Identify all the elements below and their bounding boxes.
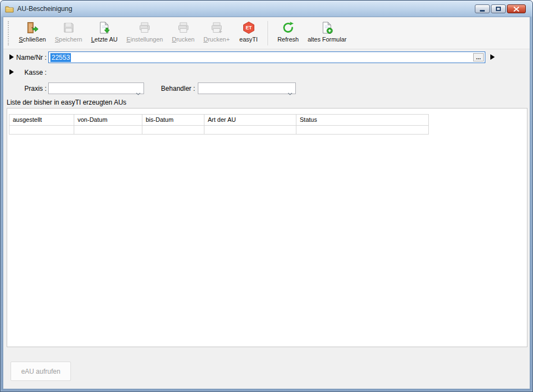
document-plus-icon	[320, 21, 334, 34]
easyti-icon: ET	[242, 21, 255, 34]
toolbar-button-schliessen[interactable]: Schließen	[14, 19, 50, 48]
praxis-label: Praxis :	[9, 85, 47, 92]
toolbar-button-altes-formular[interactable]: altes Formular	[303, 19, 351, 48]
toolbar-button-drucken[interactable]: Drucken	[167, 19, 199, 48]
toolbar-button-einstellungen[interactable]: Einstellungen	[122, 19, 167, 48]
close-button[interactable]	[507, 4, 526, 13]
printer-settings-icon	[138, 21, 151, 34]
eau-aufrufen-button[interactable]: eAU aufrufen	[11, 362, 71, 381]
name-input-value: 22553	[50, 53, 71, 62]
toolbar-button-label: altes Formular	[308, 36, 346, 43]
minimize-button[interactable]	[475, 4, 490, 13]
close-icon	[514, 7, 519, 12]
au-table: ausgestellt von-Datum bis-Datum Art der …	[9, 114, 429, 135]
toolbar-button-label: Refresh	[278, 36, 299, 43]
door-exit-icon	[25, 21, 39, 34]
column-header-bis-datum[interactable]: bis-Datum	[142, 115, 204, 126]
toolbar-button-label: Speichern	[55, 36, 83, 43]
window-title: AU-Bescheinigung	[17, 5, 72, 13]
toolbar-button-label: Letzte AU	[91, 36, 117, 43]
chevron-down-icon	[136, 87, 141, 97]
behandler-label: Behandler :	[151, 85, 195, 92]
browse-button[interactable]: ...	[473, 53, 484, 61]
toolbar-separator	[268, 21, 269, 45]
toolbar-button-label: Drucken	[172, 36, 194, 43]
document-arrow-icon	[98, 21, 111, 34]
toolbar-button-refresh[interactable]: Refresh	[273, 19, 304, 48]
table-row	[9, 126, 429, 135]
kasse-label: Kasse :	[9, 69, 47, 76]
column-header-ausgestellt[interactable]: ausgestellt	[9, 115, 74, 126]
titlebar: AU-Bescheinigung	[1, 1, 532, 17]
name-label: Name/Nr :	[9, 54, 47, 61]
refresh-icon	[281, 21, 295, 34]
column-header-status[interactable]: Status	[296, 115, 429, 126]
chevron-down-icon	[288, 87, 293, 97]
toolbar-button-drucken-plus[interactable]: Drucken+	[199, 19, 234, 48]
maximize-button[interactable]	[491, 4, 506, 13]
toolbar-button-letzte-au[interactable]: Letzte AU	[86, 19, 122, 48]
behandler-select[interactable]	[198, 82, 296, 94]
minimize-icon	[480, 10, 485, 12]
toolbar-button-label: Drucken+	[203, 36, 229, 43]
client-area: Schließen Speichern Letzte AU Einstellun…	[3, 17, 530, 389]
list-group-title: Liste der bisher in easyTI erzeugten AUs	[7, 99, 126, 106]
toolbar-button-label: Schließen	[19, 36, 46, 43]
praxis-select[interactable]	[48, 82, 144, 94]
toolbar: Schließen Speichern Letzte AU Einstellun…	[3, 17, 530, 49]
svg-text:ET: ET	[245, 25, 252, 30]
name-input[interactable]: 22553 ...	[48, 51, 485, 63]
printer-plus-icon	[210, 21, 223, 34]
toolbar-button-label: Einstellungen	[126, 36, 163, 43]
toolbar-grip-icon[interactable]	[8, 21, 10, 45]
toolbar-button-label: easyTI	[239, 36, 258, 43]
column-header-von-datum[interactable]: von-Datum	[74, 115, 142, 126]
printer-icon	[177, 21, 190, 34]
column-header-art-der-au[interactable]: Art der AU	[204, 115, 296, 126]
window-controls	[475, 4, 526, 13]
app-icon	[5, 4, 14, 13]
toolbar-button-easyti[interactable]: ET easyTI	[234, 19, 263, 48]
toolbar-button-speichern[interactable]: Speichern	[50, 19, 87, 48]
maximize-icon	[496, 7, 501, 11]
name-next-button[interactable]	[490, 54, 495, 60]
au-list-panel: ausgestellt von-Datum bis-Datum Art der …	[7, 108, 527, 347]
save-icon	[62, 21, 75, 34]
app-window: AU-Bescheinigung Schließen Spei	[0, 0, 533, 392]
table-header-row: ausgestellt von-Datum bis-Datum Art der …	[9, 115, 429, 126]
